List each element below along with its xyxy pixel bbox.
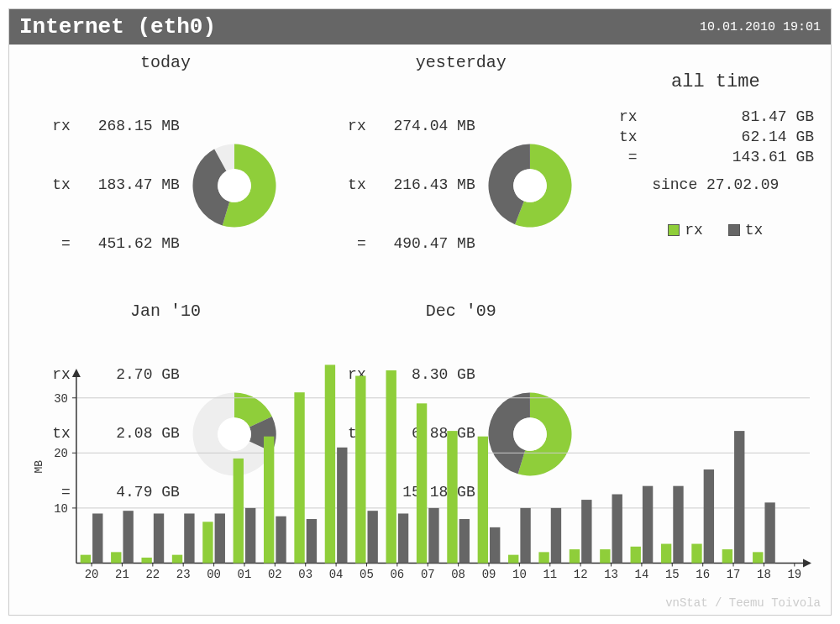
svg-text:13: 13: [604, 568, 618, 581]
panel-title: Dec '09: [426, 302, 496, 321]
hourly-barchart: 102030MB20212223000102030405060708091011…: [30, 362, 818, 588]
svg-text:06: 06: [390, 568, 404, 581]
svg-rect-50: [325, 364, 335, 563]
alltime-title: all time: [617, 70, 814, 95]
svg-text:30: 30: [54, 392, 68, 406]
svg-rect-70: [478, 437, 488, 564]
svg-rect-46: [294, 392, 304, 563]
svg-rect-75: [520, 508, 530, 564]
panel-title: yesterday: [416, 53, 507, 72]
svg-rect-38: [234, 459, 244, 564]
svg-rect-83: [581, 500, 591, 563]
svg-rect-31: [184, 513, 194, 563]
svg-text:21: 21: [115, 568, 129, 581]
svg-rect-58: [386, 370, 396, 564]
svg-text:14: 14: [635, 568, 649, 581]
svg-text:08: 08: [451, 568, 465, 581]
svg-rect-103: [734, 431, 744, 563]
svg-rect-98: [691, 544, 701, 564]
footer-credit: vnStat / Teemu Toivola: [665, 596, 821, 610]
svg-rect-26: [141, 558, 151, 564]
svg-rect-66: [447, 431, 457, 563]
panel-yesterday: yesterday rx274.04 MB tx216.43 MB =490.4…: [322, 53, 601, 293]
svg-marker-16: [803, 558, 811, 567]
svg-rect-47: [307, 519, 317, 563]
svg-text:00: 00: [207, 568, 221, 581]
svg-rect-43: [276, 517, 286, 564]
svg-rect-51: [337, 448, 347, 564]
svg-text:07: 07: [421, 568, 435, 581]
svg-rect-35: [215, 513, 225, 563]
svg-rect-54: [355, 376, 365, 564]
svg-rect-106: [753, 552, 763, 563]
swatch-tx-icon: [728, 224, 740, 236]
svg-rect-90: [631, 547, 641, 564]
svg-rect-74: [508, 555, 518, 564]
alltime-since: since 27.02.09: [617, 175, 814, 195]
svg-text:10: 10: [512, 568, 527, 581]
svg-text:20: 20: [85, 568, 99, 581]
svg-rect-79: [551, 508, 561, 564]
svg-text:04: 04: [329, 568, 344, 581]
svg-rect-102: [722, 549, 732, 563]
svg-text:20: 20: [54, 447, 68, 460]
svg-rect-95: [673, 486, 683, 564]
svg-rect-55: [367, 511, 377, 563]
svg-rect-99: [704, 469, 714, 563]
svg-marker-15: [72, 369, 81, 377]
legend-rx: rx: [668, 220, 703, 240]
legend-tx: tx: [728, 220, 764, 240]
svg-text:01: 01: [238, 568, 252, 581]
svg-rect-71: [490, 527, 500, 564]
svg-text:15: 15: [665, 568, 680, 581]
page-title: Internet (eth0): [19, 14, 216, 39]
svg-text:10: 10: [54, 502, 68, 516]
donut-yesterday: [484, 139, 576, 232]
svg-text:MB: MB: [33, 460, 45, 474]
svg-rect-42: [264, 437, 274, 564]
svg-text:18: 18: [757, 568, 771, 581]
svg-text:12: 12: [574, 568, 588, 581]
svg-text:03: 03: [298, 568, 312, 581]
stats-today: rx268.15 MB tx183.47 MB =451.62 MB: [50, 77, 180, 293]
panel-today: today rx268.15 MB tx183.47 MB =451.62 MB: [26, 53, 305, 293]
svg-rect-27: [154, 513, 164, 563]
stats-yesterday: rx274.04 MB tx216.43 MB =490.47 MB: [346, 77, 475, 293]
svg-rect-78: [538, 552, 549, 563]
svg-rect-67: [459, 519, 470, 563]
svg-text:23: 23: [176, 568, 191, 581]
svg-rect-23: [123, 511, 133, 563]
panel-title: Jan '10: [130, 302, 201, 321]
svg-rect-34: [202, 522, 213, 563]
svg-text:11: 11: [543, 568, 557, 581]
header: Internet (eth0) 10.01.2010 19:01: [9, 9, 831, 45]
app-frame: Internet (eth0) 10.01.2010 19:01 today r…: [8, 8, 832, 616]
svg-rect-18: [81, 555, 91, 564]
svg-point-1: [513, 169, 547, 202]
svg-text:16: 16: [696, 568, 710, 581]
svg-rect-86: [600, 549, 610, 563]
donut-today: [188, 139, 281, 232]
svg-rect-39: [245, 508, 255, 564]
svg-rect-94: [661, 544, 671, 564]
swatch-rx-icon: [668, 224, 680, 236]
svg-rect-22: [111, 552, 121, 563]
svg-rect-62: [417, 403, 427, 563]
svg-rect-91: [643, 486, 653, 564]
svg-rect-59: [398, 513, 408, 563]
svg-rect-63: [428, 508, 438, 564]
panel-title: today: [140, 53, 191, 72]
svg-rect-19: [92, 513, 102, 563]
svg-rect-82: [570, 549, 580, 563]
svg-text:09: 09: [482, 568, 496, 581]
legend: rx tx: [617, 220, 814, 240]
svg-text:02: 02: [268, 568, 282, 581]
svg-text:05: 05: [360, 568, 374, 581]
svg-text:19: 19: [787, 568, 801, 581]
svg-point-0: [218, 169, 251, 202]
timestamp: 10.01.2010 19:01: [700, 20, 821, 34]
svg-rect-30: [172, 555, 182, 564]
svg-rect-107: [764, 502, 774, 563]
svg-rect-87: [612, 495, 622, 564]
svg-text:22: 22: [145, 568, 160, 581]
